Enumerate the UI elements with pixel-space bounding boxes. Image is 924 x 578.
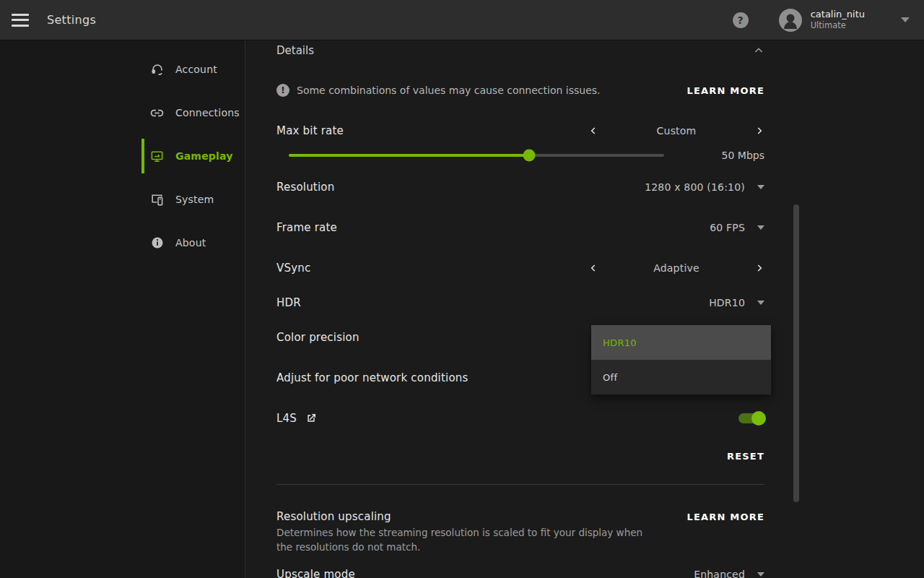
- gameplay-settings-panel: Details ! Some combinations of values ma…: [246, 40, 924, 578]
- upscale-mode-row: Upscale mode Enhanced: [276, 564, 764, 578]
- learn-more-button[interactable]: LEARN MORE: [687, 512, 764, 522]
- resolution-label: Resolution: [276, 181, 334, 194]
- resolution-select[interactable]: 924 x 578 (16:10): [645, 181, 764, 193]
- person-icon: [779, 9, 802, 32]
- settings-nav: Account Connections Gamep: [0, 48, 245, 264]
- dropdown-arrow-icon: [757, 225, 764, 230]
- chevron-left-icon[interactable]: [588, 126, 598, 136]
- settings-sidebar: Account Connections Gamep: [0, 40, 245, 578]
- upscale-mode-value: Enhanced: [694, 569, 745, 578]
- topbar-right: ? catalin_nitu Ultimate: [733, 9, 924, 32]
- adjust-network-label: Adjust for poor network conditions: [276, 371, 468, 384]
- upscaling-title: Resolution upscaling: [276, 510, 391, 523]
- upscaling-description: Determines how the streaming resolution …: [276, 525, 659, 554]
- hdr-row: HDR HDR10: [276, 293, 764, 313]
- gameplay-monitor-icon: [150, 150, 164, 163]
- resolution-row: Resolution 924 x 578 (16:10): [276, 177, 764, 197]
- hdr-select[interactable]: HDR10: [709, 297, 764, 309]
- dropdown-arrow-icon: [757, 572, 764, 577]
- warning-text: Some combinations of values may cause co…: [297, 85, 601, 96]
- chevron-right-icon[interactable]: [754, 126, 764, 136]
- bit-rate-value: 50 Mbps: [722, 150, 764, 161]
- top-bar: Settings ? catalin_nitu Ultimate: [0, 0, 924, 40]
- frame-rate-row: Frame rate 60 FPS: [276, 217, 764, 238]
- frame-rate-select[interactable]: 60 FPS: [710, 222, 764, 233]
- help-icon[interactable]: ?: [733, 12, 749, 28]
- max-bit-rate-stepper: Custom: [588, 125, 764, 137]
- dropdown-arrow-icon: [757, 185, 764, 189]
- hdr-dropdown-menu: HDR10 Off: [591, 325, 771, 394]
- sidebar-item-label: Account: [175, 64, 217, 75]
- sidebar-item-account[interactable]: Account: [0, 48, 245, 91]
- link-icon: [150, 106, 164, 120]
- vsync-label: VSync: [276, 262, 310, 275]
- learn-more-button[interactable]: LEARN MORE: [687, 85, 764, 96]
- sidebar-item-gameplay[interactable]: Gameplay: [0, 134, 245, 178]
- sidebar-item-about[interactable]: About: [0, 221, 245, 264]
- l4s-row: L4S: [276, 408, 764, 428]
- vsync-row: VSync Adaptive: [276, 258, 764, 278]
- user-tier: Ultimate: [811, 20, 865, 30]
- slider-fill: [289, 154, 529, 157]
- headset-icon: [150, 63, 164, 77]
- hdr-value: HDR10: [709, 297, 745, 309]
- vsync-value: Adaptive: [598, 262, 754, 274]
- info-icon: [150, 236, 164, 250]
- max-bit-rate-value: Custom: [598, 125, 754, 137]
- page-title: Settings: [47, 13, 96, 27]
- sidebar-item-label: About: [175, 237, 206, 249]
- user-menu-chevron-icon[interactable]: [901, 17, 910, 22]
- sidebar-item-label: Gameplay: [175, 150, 233, 162]
- dropdown-arrow-icon: [757, 301, 764, 305]
- toggle-knob: [751, 411, 766, 426]
- frame-rate-label: Frame rate: [276, 221, 337, 234]
- frame-rate-value: 60 FPS: [710, 222, 745, 233]
- user-block[interactable]: catalin_nitu Ultimate: [811, 9, 865, 31]
- upscale-mode-select[interactable]: Enhanced: [694, 569, 764, 578]
- chevron-left-icon[interactable]: [588, 263, 598, 273]
- sidebar-item-label: System: [175, 194, 214, 205]
- l4s-label: L4S: [276, 412, 297, 425]
- bit-rate-slider[interactable]: [289, 154, 664, 157]
- sidebar-item-label: Connections: [175, 107, 240, 118]
- max-bit-rate-label: Max bit rate: [276, 124, 344, 137]
- chevron-right-icon[interactable]: [754, 263, 764, 273]
- slider-thumb[interactable]: [523, 150, 535, 162]
- l4s-toggle[interactable]: [738, 413, 764, 423]
- resolution-value: 924 x 578 (16:10): [645, 181, 745, 193]
- sidebar-item-system[interactable]: System: [0, 178, 245, 221]
- warning-icon: !: [276, 84, 289, 97]
- user-name: catalin_nitu: [811, 9, 865, 20]
- menu-icon[interactable]: [12, 14, 29, 27]
- reset-row: RESET: [276, 446, 764, 466]
- max-bit-rate-row: Max bit rate Custom: [276, 121, 764, 141]
- vsync-stepper: Adaptive: [588, 262, 764, 274]
- warning-row: ! Some combinations of values may cause …: [276, 80, 764, 100]
- reset-button[interactable]: RESET: [727, 451, 764, 462]
- color-precision-label: Color precision: [276, 331, 359, 344]
- avatar[interactable]: [779, 9, 802, 32]
- collapse-chevron-up-icon[interactable]: [753, 45, 764, 56]
- vertical-scrollbar-thumb[interactable]: [793, 204, 799, 502]
- details-header: Details: [276, 40, 764, 61]
- hdr-label: HDR: [276, 296, 301, 309]
- upscaling-header: Resolution upscaling LEARN MORE: [276, 506, 764, 527]
- dropdown-option-hdr10[interactable]: HDR10: [591, 325, 771, 360]
- bit-rate-slider-row: 50 Mbps: [276, 147, 764, 164]
- devices-icon: [150, 193, 164, 207]
- sidebar-item-connections[interactable]: Connections: [0, 91, 245, 134]
- section-divider: [276, 484, 764, 485]
- dropdown-option-off[interactable]: Off: [591, 360, 771, 394]
- upscale-mode-label: Upscale mode: [276, 568, 355, 578]
- details-title: Details: [276, 44, 314, 57]
- external-link-icon[interactable]: [305, 413, 317, 424]
